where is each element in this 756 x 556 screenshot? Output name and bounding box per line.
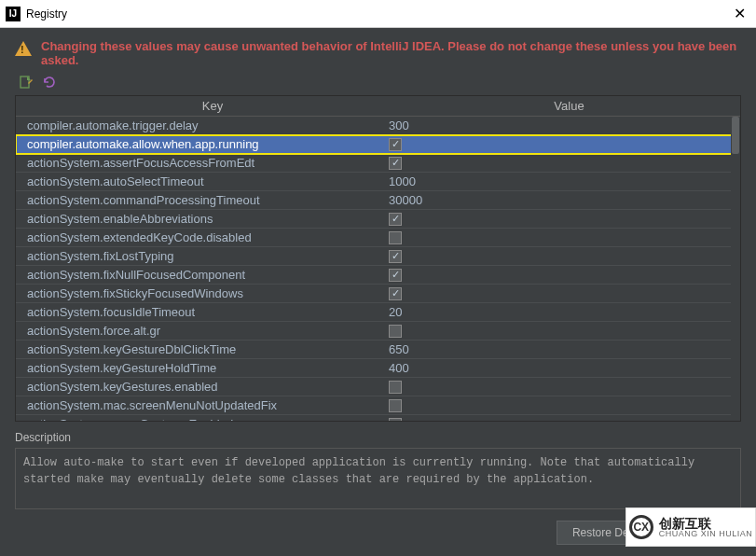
registry-value[interactable] (387, 378, 740, 396)
table-row[interactable]: actionSystem.fixLostTyping (16, 247, 740, 266)
th-key[interactable]: Key (27, 96, 398, 116)
registry-key: actionSystem.mac.screenMenuNotUpdatedFix (16, 396, 387, 414)
checkbox[interactable] (389, 138, 402, 151)
registry-value[interactable]: 1000 (387, 173, 740, 190)
registry-table: Key Value compiler.automake.trigger.dela… (15, 95, 741, 422)
app-icon: IJ (6, 7, 21, 21)
vertical-scrollbar[interactable] (731, 117, 740, 421)
checkbox[interactable] (389, 381, 402, 394)
registry-value[interactable] (387, 229, 740, 246)
watermark-cn: 创新互联 (659, 517, 753, 530)
registry-key: actionSystem.keyGestures.enabled (16, 378, 387, 396)
checkbox[interactable] (389, 269, 402, 282)
table-row[interactable]: actionSystem.fixNullFocusedComponent (16, 266, 740, 285)
close-window-button[interactable]: ✕ (728, 5, 750, 22)
registry-value[interactable] (387, 266, 740, 284)
revert-icon[interactable] (41, 75, 56, 90)
table-row[interactable]: actionSystem.mac.screenMenuNotUpdatedFix (16, 396, 740, 415)
scrollbar-thumb[interactable] (732, 117, 739, 154)
registry-value[interactable] (387, 396, 740, 414)
dialog-body: Changing these values may cause unwanted… (0, 28, 756, 556)
registry-key: actionSystem.fixLostTyping (16, 247, 387, 265)
table-row[interactable]: actionSystem.keyGestures.enabled (16, 378, 740, 396)
table-row[interactable]: actionSystem.assertFocusAccessFromEdt (16, 154, 740, 173)
table-row[interactable]: actionSystem.keyGestureHoldTime400 (16, 359, 740, 378)
description-area: Description Allow auto-make to start eve… (15, 431, 741, 509)
table-row[interactable]: actionSystem.commandProcessingTimeout300… (16, 191, 740, 210)
registry-value[interactable] (387, 135, 740, 153)
table-row[interactable]: actionSystem.force.alt.gr (16, 322, 740, 341)
watermark: CX 创新互联 CHUANG XIN HULIAN (625, 507, 756, 547)
description-label: Description (15, 431, 741, 444)
window-title: Registry (26, 7, 728, 21)
registry-key: actionSystem.commandProcessingTimeout (16, 191, 387, 209)
table-row[interactable]: actionSystem.mouseGesturesEnabled (16, 415, 740, 422)
warning-banner: Changing these values may cause unwanted… (15, 39, 741, 67)
table-row[interactable]: actionSystem.fixStickyFocusedWindows (16, 285, 740, 303)
registry-value[interactable] (387, 210, 740, 228)
table-row[interactable]: compiler.automake.trigger.delay300 (16, 117, 740, 135)
registry-value[interactable]: 300 (387, 117, 740, 134)
table-row[interactable]: actionSystem.autoSelectTimeout1000 (16, 173, 740, 191)
checkbox[interactable] (389, 250, 402, 263)
registry-value[interactable]: 400 (387, 359, 740, 377)
table-row[interactable]: actionSystem.enableAbbreviations (16, 210, 740, 229)
table-row[interactable]: actionSystem.focusIdleTimeout20 (16, 303, 740, 322)
registry-value[interactable]: 20 (387, 303, 740, 321)
registry-key: compiler.automake.allow.when.app.running (16, 135, 387, 153)
registry-key: actionSystem.enableAbbreviations (16, 210, 387, 228)
table-row[interactable]: actionSystem.keyGestureDblClickTime650 (16, 341, 740, 359)
registry-value[interactable]: 650 (387, 341, 740, 358)
checkbox[interactable] (389, 231, 402, 244)
table-header: Key Value (16, 96, 740, 117)
checkbox[interactable] (389, 418, 402, 423)
registry-value[interactable]: 30000 (387, 191, 740, 209)
table-row[interactable]: actionSystem.extendedKeyCode.disabled (16, 229, 740, 247)
registry-value[interactable] (387, 154, 740, 172)
table-body[interactable]: compiler.automake.trigger.delay300compil… (16, 117, 740, 422)
checkbox[interactable] (389, 399, 402, 412)
registry-key: actionSystem.keyGestureDblClickTime (16, 341, 387, 358)
registry-key: actionSystem.extendedKeyCode.disabled (16, 229, 387, 246)
checkbox[interactable] (389, 157, 402, 170)
registry-key: actionSystem.assertFocusAccessFromEdt (16, 154, 387, 172)
checkbox[interactable] (389, 287, 402, 300)
th-value[interactable]: Value (398, 96, 740, 116)
checkbox[interactable] (389, 213, 402, 226)
registry-key: actionSystem.mouseGesturesEnabled (16, 415, 387, 422)
table-row[interactable]: compiler.automake.allow.when.app.running (16, 135, 740, 154)
registry-key: actionSystem.fixNullFocusedComponent (16, 266, 387, 284)
registry-key: compiler.automake.trigger.delay (16, 117, 387, 134)
registry-key: actionSystem.force.alt.gr (16, 322, 387, 340)
registry-value[interactable] (387, 247, 740, 265)
registry-value[interactable] (387, 415, 740, 422)
checkbox[interactable] (389, 325, 402, 338)
warning-icon (15, 41, 32, 56)
registry-key: actionSystem.fixStickyFocusedWindows (16, 285, 387, 302)
title-bar: IJ Registry ✕ (0, 0, 756, 28)
registry-key: actionSystem.focusIdleTimeout (16, 303, 387, 321)
registry-key: actionSystem.autoSelectTimeout (16, 173, 387, 190)
warning-text: Changing these values may cause unwanted… (41, 39, 741, 67)
description-text: Allow auto-make to start even if develop… (15, 448, 741, 509)
registry-value[interactable] (387, 322, 740, 340)
edit-icon[interactable] (19, 75, 34, 90)
registry-value[interactable] (387, 285, 740, 302)
watermark-logo-icon: CX (629, 515, 653, 539)
toolbar (19, 75, 741, 90)
registry-key: actionSystem.keyGestureHoldTime (16, 359, 387, 377)
watermark-py: CHUANG XIN HULIAN (659, 530, 753, 538)
